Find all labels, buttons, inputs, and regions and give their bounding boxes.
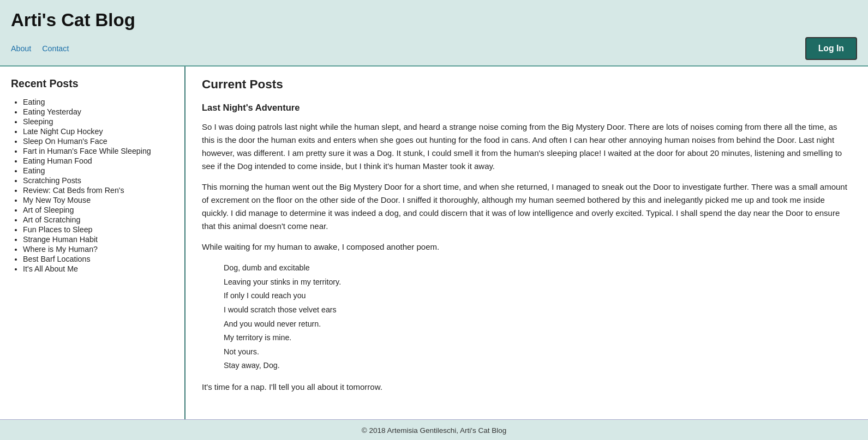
list-item[interactable]: My New Toy Mouse (23, 196, 173, 204)
about-link[interactable]: About (11, 44, 31, 53)
contact-link[interactable]: Contact (42, 44, 69, 53)
nav-bar: About Contact Log In (11, 37, 857, 65)
footer: © 2018 Artemisia Gentileschi, Arti's Cat… (0, 419, 868, 440)
list-item[interactable]: Art of Scratching (23, 215, 173, 224)
sidebar-list: EatingEating YesterdaySleepingLate Night… (11, 98, 173, 273)
footer-text: © 2018 Artemisia Gentileschi, Arti's Cat… (362, 426, 506, 435)
list-item[interactable]: Review: Cat Beds from Ren's (23, 186, 173, 195)
post-title: Last Night's Adventure (202, 103, 852, 113)
list-item[interactable]: Eating (23, 98, 173, 106)
poem-line: Stay away, Dog. (224, 359, 852, 373)
list-item[interactable]: Fun Places to Sleep (23, 225, 173, 234)
list-item[interactable]: Eating Yesterday (23, 107, 173, 116)
poem-line: I would scratch those velvet ears (224, 303, 852, 317)
site-header: Arti's Cat Blog About Contact Log In (0, 0, 868, 67)
list-item[interactable]: It's All About Me (23, 264, 173, 273)
site-title: Arti's Cat Blog (11, 10, 857, 31)
list-item[interactable]: Sleeping (23, 117, 173, 126)
poem-block: Dog, dumb and excitableLeaving your stin… (224, 261, 852, 373)
list-item[interactable]: Eating Human Food (23, 156, 173, 165)
section-title: Current Posts (202, 77, 852, 92)
post-paragraph-2: This morning the human went out the Big … (202, 180, 852, 233)
poem-line: My territory is mine. (224, 331, 852, 345)
content-area: Current Posts Last Night's Adventure So … (185, 67, 868, 419)
list-item[interactable]: Strange Human Habit (23, 235, 173, 244)
list-item[interactable]: Sleep On Human's Face (23, 137, 173, 146)
post-paragraph-3: While waiting for my human to awake, I c… (202, 240, 852, 254)
poem-line: If only I could reach you (224, 289, 852, 303)
main-layout: Recent Posts EatingEating YesterdaySleep… (0, 67, 868, 419)
list-item[interactable]: Scratching Posts (23, 176, 173, 185)
list-item[interactable]: Late Night Cup Hockey (23, 127, 173, 136)
poem-line: Dog, dumb and excitable (224, 261, 852, 275)
poem-line: And you would never return. (224, 317, 852, 331)
sidebar: Recent Posts EatingEating YesterdaySleep… (0, 67, 185, 419)
sidebar-title: Recent Posts (11, 77, 173, 90)
poem-line: Not yours. (224, 345, 852, 359)
login-button[interactable]: Log In (805, 37, 857, 60)
list-item[interactable]: Art of Sleeping (23, 206, 173, 214)
nav-links: About Contact (11, 44, 69, 53)
list-item[interactable]: Best Barf Locations (23, 255, 173, 263)
list-item[interactable]: Where is My Human? (23, 245, 173, 254)
list-item[interactable]: Eating (23, 166, 173, 175)
post-paragraph-4: It's time for a nap. I'll tell you all a… (202, 381, 852, 394)
post-paragraph-1: So I was doing patrols last night while … (202, 120, 852, 173)
poem-line: Leaving your stinks in my territory. (224, 275, 852, 290)
list-item[interactable]: Fart in Human's Face While Sleeping (23, 147, 173, 155)
